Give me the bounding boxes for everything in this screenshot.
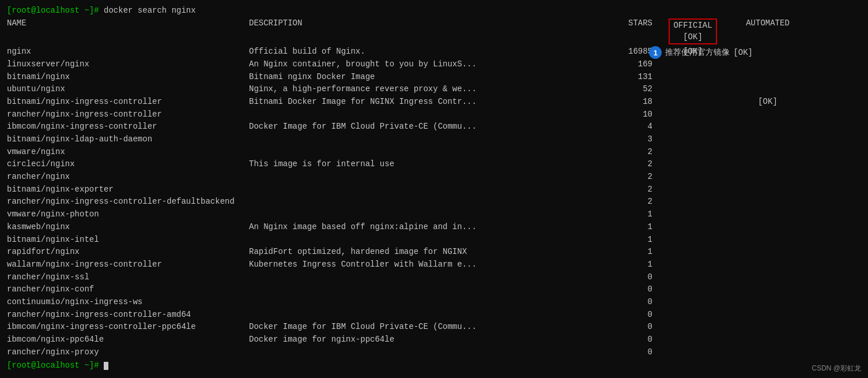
table-rows: nginxOfficial build of Nginx.16985[OK]li… — [7, 46, 861, 358]
row-name: vmware/nginx-photon — [7, 208, 249, 221]
bubble-number: 1 — [649, 46, 662, 59]
header-official: OFFICIAL [OK] — [652, 18, 733, 44]
row-name: bitnami/nginx-exporter — [7, 184, 249, 196]
row-official — [652, 196, 733, 208]
row-automated — [733, 246, 802, 259]
row-name: ibmcom/nginx-ppc64le — [7, 334, 249, 346]
table-row: ibmcom/nginx-ingress-controller-ppc64leD… — [7, 321, 861, 334]
row-name: linuxserver/nginx — [7, 58, 249, 71]
row-description — [249, 234, 606, 246]
row-description — [249, 108, 606, 121]
table-row: rancher/nginx-ingress-controller-default… — [7, 196, 861, 208]
row-automated — [733, 121, 802, 133]
row-official — [652, 321, 733, 334]
table-row: continuumio/nginx-ingress-ws0 — [7, 296, 861, 309]
header-automated: AUTOMATED — [733, 18, 802, 44]
row-stars: 1 — [606, 259, 652, 271]
row-stars: 0 — [606, 321, 652, 334]
row-stars: 0 — [606, 271, 652, 284]
row-official — [652, 146, 733, 159]
row-description: Kubernetes Ingress Controller with Walla… — [249, 259, 606, 271]
row-automated — [733, 271, 802, 284]
row-automated — [733, 309, 802, 321]
row-description: An Nginx container, brought to you by Li… — [249, 58, 606, 71]
row-stars: 10 — [606, 108, 652, 121]
row-stars: 1 — [606, 208, 652, 221]
row-name: bitnami/nginx-ingress-controller — [7, 96, 249, 108]
row-automated — [733, 321, 802, 334]
row-name: nginx — [7, 46, 249, 58]
row-stars: 0 — [606, 296, 652, 309]
row-name: circleci/nginx — [7, 158, 249, 171]
row-official — [652, 171, 733, 184]
row-stars: 16985 — [606, 46, 652, 58]
row-name: rancher/nginx-ingress-controller-default… — [7, 196, 249, 208]
row-description: Bitnami Docker Image for NGINX Ingress C… — [249, 96, 606, 108]
row-name: ubuntu/nginx — [7, 83, 249, 96]
row-stars: 2 — [606, 171, 652, 184]
row-description — [249, 296, 606, 309]
row-stars: 169 — [606, 58, 652, 71]
row-description — [249, 184, 606, 196]
row-official — [652, 133, 733, 146]
row-name: bitnami/nginx-ldap-auth-daemon — [7, 133, 249, 146]
row-description — [249, 271, 606, 284]
row-automated — [733, 234, 802, 246]
row-official — [652, 184, 733, 196]
table-row: bitnami/nginx-exporter2 — [7, 184, 861, 196]
row-description: RapidFort optimized, hardened image for … — [249, 246, 606, 259]
row-official — [652, 346, 733, 359]
row-name: ibmcom/nginx-ingress-controller — [7, 121, 249, 133]
row-description: Nginx, a high-performance reverse proxy … — [249, 83, 606, 96]
row-stars: 1 — [606, 234, 652, 246]
table-row: rancher/nginx-conf0 — [7, 283, 861, 296]
row-stars: 1 — [606, 221, 652, 234]
watermark: CSDN @彩虹龙 — [812, 364, 861, 373]
row-stars: 52 — [606, 83, 652, 96]
row-automated — [733, 83, 802, 96]
row-stars: 0 — [606, 334, 652, 346]
row-automated — [733, 208, 802, 221]
row-official — [652, 71, 733, 84]
row-official — [652, 309, 733, 321]
header-description: DESCRIPTION — [249, 18, 606, 44]
header-stars: STARS — [606, 18, 652, 44]
table-row: bitnami/nginx-intel1 — [7, 234, 861, 246]
row-stars: 131 — [606, 71, 652, 84]
row-official — [652, 283, 733, 296]
row-name: rancher/nginx — [7, 171, 249, 184]
row-stars: 4 — [606, 121, 652, 133]
cursor — [104, 362, 108, 370]
row-name: wallarm/nginx-ingress-controller — [7, 259, 249, 271]
table-row: bitnami/nginx-ldap-auth-daemon3 — [7, 133, 861, 146]
row-automated — [733, 196, 802, 208]
row-automated — [733, 133, 802, 146]
row-name: rancher/nginx-conf — [7, 283, 249, 296]
row-name: bitnami/nginx-intel — [7, 234, 249, 246]
row-name: continuumio/nginx-ingress-ws — [7, 296, 249, 309]
cursor-line: [root@localhost ~]# — [7, 361, 861, 370]
row-description — [249, 133, 606, 146]
row-official — [652, 221, 733, 234]
row-description — [249, 146, 606, 159]
row-stars: 0 — [606, 283, 652, 296]
prompt: [root@localhost ~]# — [7, 6, 99, 15]
row-automated — [733, 158, 802, 171]
row-description — [249, 208, 606, 221]
table-row: wallarm/nginx-ingress-controllerKubernet… — [7, 259, 861, 271]
row-automated — [733, 71, 802, 84]
table-row: rancher/nginx-ssl0 — [7, 271, 861, 284]
table-row: vmware/nginx2 — [7, 146, 861, 159]
row-automated — [733, 296, 802, 309]
row-name: ibmcom/nginx-ingress-controller-ppc64le — [7, 321, 249, 334]
row-description — [249, 171, 606, 184]
row-automated — [733, 108, 802, 121]
command-text: docker search nginx — [104, 6, 196, 15]
row-description — [249, 309, 606, 321]
table-row: vmware/nginx-photon1 — [7, 208, 861, 221]
row-official — [652, 296, 733, 309]
table-row: ibmcom/nginx-ingress-controllerDocker Im… — [7, 121, 861, 133]
row-name: vmware/nginx — [7, 146, 249, 159]
row-official — [652, 158, 733, 171]
row-stars: 3 — [606, 133, 652, 146]
